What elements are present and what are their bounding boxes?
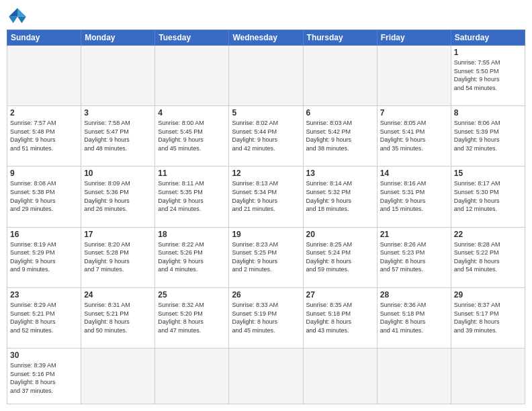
- day-number: 23: [10, 290, 78, 300]
- day-info: Sunrise: 8:06 AM Sunset: 5:39 PM Dayligh…: [454, 119, 522, 152]
- day-number: 27: [306, 290, 374, 300]
- day-info: Sunrise: 8:13 AM Sunset: 5:34 PM Dayligh…: [232, 179, 300, 213]
- logo: [7, 7, 31, 26]
- calendar-day-cell: [229, 46, 303, 106]
- day-info: Sunrise: 8:32 AM Sunset: 5:20 PM Dayligh…: [158, 301, 226, 334]
- calendar-week-row: 1Sunrise: 7:55 AM Sunset: 5:50 PM Daylig…: [7, 46, 525, 106]
- calendar-week-row: 16Sunrise: 8:19 AM Sunset: 5:29 PM Dayli…: [7, 227, 525, 287]
- day-number: 22: [454, 230, 522, 239]
- calendar-day-cell: 20Sunrise: 8:25 AM Sunset: 5:24 PM Dayli…: [303, 227, 377, 287]
- day-number: 24: [84, 290, 152, 300]
- calendar-day-cell: 28Sunrise: 8:36 AM Sunset: 5:18 PM Dayli…: [377, 287, 451, 348]
- calendar-day-cell: 6Sunrise: 8:03 AM Sunset: 5:42 PM Daylig…: [303, 106, 377, 167]
- calendar-day-cell: [229, 349, 303, 404]
- calendar-week-row: 2Sunrise: 7:57 AM Sunset: 5:48 PM Daylig…: [7, 106, 525, 167]
- calendar-week-row: 30Sunrise: 8:39 AM Sunset: 5:16 PM Dayli…: [7, 349, 525, 404]
- day-number: 29: [454, 290, 522, 300]
- calendar-day-cell: [377, 349, 451, 404]
- calendar-day-cell: [155, 46, 229, 106]
- calendar-header-saturday: Saturday: [451, 30, 525, 46]
- calendar-day-cell: [303, 349, 377, 404]
- day-number: 13: [306, 169, 374, 178]
- calendar-day-cell: [7, 46, 81, 106]
- calendar-day-cell: 17Sunrise: 8:20 AM Sunset: 5:28 PM Dayli…: [81, 227, 155, 287]
- day-number: 17: [84, 230, 152, 239]
- day-info: Sunrise: 7:55 AM Sunset: 5:50 PM Dayligh…: [454, 58, 522, 92]
- day-info: Sunrise: 8:02 AM Sunset: 5:44 PM Dayligh…: [232, 119, 300, 152]
- day-info: Sunrise: 8:36 AM Sunset: 5:18 PM Dayligh…: [380, 301, 448, 334]
- day-number: 19: [232, 230, 300, 239]
- day-info: Sunrise: 8:28 AM Sunset: 5:22 PM Dayligh…: [454, 240, 522, 274]
- day-info: Sunrise: 8:35 AM Sunset: 5:18 PM Dayligh…: [306, 301, 374, 334]
- day-info: Sunrise: 8:14 AM Sunset: 5:32 PM Dayligh…: [306, 179, 374, 213]
- day-number: 5: [232, 108, 300, 118]
- calendar-day-cell: 15Sunrise: 8:17 AM Sunset: 5:30 PM Dayli…: [451, 167, 525, 227]
- calendar-day-cell: 3Sunrise: 7:58 AM Sunset: 5:47 PM Daylig…: [81, 106, 155, 167]
- calendar-header-friday: Friday: [377, 30, 451, 46]
- day-number: 11: [158, 169, 226, 178]
- calendar-day-cell: 27Sunrise: 8:35 AM Sunset: 5:18 PM Dayli…: [303, 287, 377, 348]
- calendar-day-cell: 11Sunrise: 8:11 AM Sunset: 5:35 PM Dayli…: [155, 167, 229, 227]
- day-number: 9: [10, 169, 78, 178]
- calendar-day-cell: [377, 46, 451, 106]
- calendar-header-tuesday: Tuesday: [155, 30, 229, 46]
- calendar-day-cell: 16Sunrise: 8:19 AM Sunset: 5:29 PM Dayli…: [7, 227, 81, 287]
- day-info: Sunrise: 8:05 AM Sunset: 5:41 PM Dayligh…: [380, 119, 448, 152]
- calendar-day-cell: 26Sunrise: 8:33 AM Sunset: 5:19 PM Dayli…: [229, 287, 303, 348]
- day-number: 2: [10, 108, 78, 118]
- calendar-day-cell: 9Sunrise: 8:08 AM Sunset: 5:38 PM Daylig…: [7, 167, 81, 227]
- day-number: 18: [158, 230, 226, 239]
- calendar-day-cell: 23Sunrise: 8:29 AM Sunset: 5:21 PM Dayli…: [7, 287, 81, 348]
- calendar-day-cell: 30Sunrise: 8:39 AM Sunset: 5:16 PM Dayli…: [7, 349, 81, 404]
- calendar-day-cell: [155, 349, 229, 404]
- calendar-day-cell: 7Sunrise: 8:05 AM Sunset: 5:41 PM Daylig…: [377, 106, 451, 167]
- calendar-header-row: SundayMondayTuesdayWednesdayThursdayFrid…: [7, 30, 525, 46]
- calendar-day-cell: [81, 46, 155, 106]
- day-info: Sunrise: 8:09 AM Sunset: 5:36 PM Dayligh…: [84, 179, 152, 213]
- calendar-day-cell: 24Sunrise: 8:31 AM Sunset: 5:21 PM Dayli…: [81, 287, 155, 348]
- day-info: Sunrise: 8:37 AM Sunset: 5:17 PM Dayligh…: [454, 301, 522, 334]
- calendar-day-cell: 14Sunrise: 8:16 AM Sunset: 5:31 PM Dayli…: [377, 167, 451, 227]
- day-number: 14: [380, 169, 448, 178]
- day-info: Sunrise: 8:39 AM Sunset: 5:16 PM Dayligh…: [10, 361, 78, 395]
- calendar-day-cell: 2Sunrise: 7:57 AM Sunset: 5:48 PM Daylig…: [7, 106, 81, 167]
- day-number: 7: [380, 108, 448, 118]
- calendar-day-cell: 29Sunrise: 8:37 AM Sunset: 5:17 PM Dayli…: [451, 287, 525, 348]
- day-info: Sunrise: 8:25 AM Sunset: 5:24 PM Dayligh…: [306, 240, 374, 274]
- calendar-day-cell: 22Sunrise: 8:28 AM Sunset: 5:22 PM Dayli…: [451, 227, 525, 287]
- calendar-day-cell: [451, 349, 525, 404]
- logo-icon: [7, 7, 28, 26]
- calendar-day-cell: 18Sunrise: 8:22 AM Sunset: 5:26 PM Dayli…: [155, 227, 229, 287]
- day-number: 28: [380, 290, 448, 300]
- day-number: 6: [306, 108, 374, 118]
- day-info: Sunrise: 8:03 AM Sunset: 5:42 PM Dayligh…: [306, 119, 374, 152]
- day-info: Sunrise: 8:26 AM Sunset: 5:23 PM Dayligh…: [380, 240, 448, 274]
- day-number: 12: [232, 169, 300, 178]
- day-number: 21: [380, 230, 448, 239]
- calendar-header-thursday: Thursday: [303, 30, 377, 46]
- day-number: 3: [84, 108, 152, 118]
- day-number: 15: [454, 169, 522, 178]
- calendar-day-cell: 25Sunrise: 8:32 AM Sunset: 5:20 PM Dayli…: [155, 287, 229, 348]
- day-info: Sunrise: 8:31 AM Sunset: 5:21 PM Dayligh…: [84, 301, 152, 334]
- calendar-day-cell: 21Sunrise: 8:26 AM Sunset: 5:23 PM Dayli…: [377, 227, 451, 287]
- day-number: 25: [158, 290, 226, 300]
- header: [7, 7, 525, 26]
- calendar-week-row: 23Sunrise: 8:29 AM Sunset: 5:21 PM Dayli…: [7, 287, 525, 348]
- day-number: 16: [10, 230, 78, 239]
- calendar-day-cell: 12Sunrise: 8:13 AM Sunset: 5:34 PM Dayli…: [229, 167, 303, 227]
- calendar-header-sunday: Sunday: [7, 30, 81, 46]
- day-info: Sunrise: 8:16 AM Sunset: 5:31 PM Dayligh…: [380, 179, 448, 213]
- calendar-day-cell: [81, 349, 155, 404]
- day-number: 8: [454, 108, 522, 118]
- day-number: 20: [306, 230, 374, 239]
- calendar-day-cell: [303, 46, 377, 106]
- day-info: Sunrise: 8:22 AM Sunset: 5:26 PM Dayligh…: [158, 240, 226, 274]
- page: SundayMondayTuesdayWednesdayThursdayFrid…: [0, 0, 532, 411]
- day-info: Sunrise: 8:00 AM Sunset: 5:45 PM Dayligh…: [158, 119, 226, 152]
- day-number: 26: [232, 290, 300, 300]
- calendar-header-monday: Monday: [81, 30, 155, 46]
- calendar-day-cell: 4Sunrise: 8:00 AM Sunset: 5:45 PM Daylig…: [155, 106, 229, 167]
- day-info: Sunrise: 8:23 AM Sunset: 5:25 PM Dayligh…: [232, 240, 300, 274]
- day-info: Sunrise: 8:17 AM Sunset: 5:30 PM Dayligh…: [454, 179, 522, 213]
